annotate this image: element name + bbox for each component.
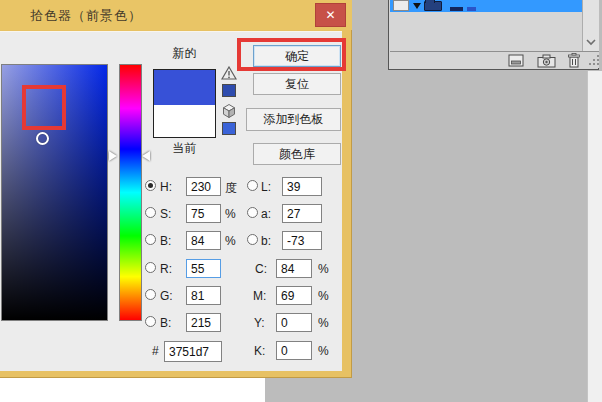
m-unit: %: [318, 289, 329, 303]
current-color-label: 当前: [153, 140, 216, 157]
web-safe-color-swatch[interactable]: [222, 122, 236, 135]
color-libraries-button[interactable]: 颜色库: [253, 143, 341, 165]
annotation-box-color-field: [22, 85, 66, 130]
hue-slider-right-arrow-icon[interactable]: [142, 151, 150, 161]
panel-scrollbar[interactable]: [582, 0, 599, 51]
gamut-safe-color-swatch[interactable]: [222, 84, 236, 97]
layer-thumbnail[interactable]: [393, 0, 409, 11]
group-folder-icon: [424, 1, 442, 11]
h-input[interactable]: [186, 177, 221, 196]
current-color-swatch: [154, 105, 215, 137]
panel-resize-grip[interactable]: [589, 55, 600, 66]
new-snapshot-camera-icon[interactable]: [537, 54, 556, 68]
a-radio[interactable]: [247, 207, 258, 218]
h-unit: 度: [225, 180, 237, 197]
m-input[interactable]: [276, 286, 312, 305]
g-radio[interactable]: [145, 289, 156, 300]
a-input[interactable]: [282, 204, 322, 223]
add-to-swatches-button[interactable]: 添加到色板: [246, 108, 341, 131]
b-hsb-unit: %: [225, 234, 236, 248]
expand-caret-icon[interactable]: [413, 3, 421, 9]
layers-panel-fragment: [388, 0, 599, 70]
b-rgb-radio[interactable]: [145, 316, 156, 327]
b-lab-label: b:: [261, 234, 271, 248]
r-label: R:: [160, 262, 172, 276]
r-radio[interactable]: [145, 262, 156, 273]
g-input[interactable]: [186, 286, 221, 305]
b-rgb-input[interactable]: [186, 313, 221, 332]
a-label: a:: [261, 207, 271, 221]
y-input[interactable]: [276, 313, 312, 332]
b-lab-input[interactable]: [282, 231, 322, 250]
truncated-label-fragment: [467, 7, 476, 11]
dialog-titlebar[interactable]: 拾色器（前景色） ✕: [0, 0, 352, 30]
hex-input[interactable]: [164, 341, 222, 362]
y-unit: %: [318, 316, 329, 330]
document-canvas-background: [0, 378, 265, 402]
b-hsb-input[interactable]: [186, 231, 221, 250]
h-label: H:: [160, 180, 172, 194]
dialog-title: 拾色器（前景色）: [30, 7, 142, 25]
k-unit: %: [318, 344, 329, 358]
b-hsb-radio[interactable]: [145, 234, 156, 245]
c-input[interactable]: [276, 259, 312, 278]
selected-layer-row[interactable]: [390, 0, 583, 12]
l-label: L:: [261, 180, 271, 194]
gamut-warning-icon[interactable]: [221, 66, 237, 80]
s-input[interactable]: [186, 204, 221, 223]
new-document-from-state-icon[interactable]: [508, 54, 524, 67]
s-label: S:: [160, 207, 171, 221]
b-hsb-label: B:: [160, 234, 171, 248]
s-unit: %: [225, 207, 236, 221]
m-label: M:: [253, 289, 266, 303]
new-color-label: 新的: [153, 45, 216, 62]
screenshot-canvas: 拾色器（前景色） ✕ 新的 当前: [0, 0, 602, 402]
annotation-box-ok-button: [237, 38, 346, 71]
scroll-down-icon[interactable]: [586, 38, 596, 46]
s-radio[interactable]: [145, 207, 156, 218]
hue-slider-strip[interactable]: [119, 64, 142, 321]
l-radio[interactable]: [247, 180, 258, 191]
truncated-label-fragment: [450, 7, 463, 11]
k-input[interactable]: [276, 341, 312, 360]
hue-slider-left-arrow-icon[interactable]: [109, 151, 117, 161]
hex-label: #: [152, 344, 159, 358]
right-panel-edge: [587, 71, 602, 402]
close-button[interactable]: ✕: [315, 3, 346, 27]
l-input[interactable]: [282, 177, 322, 196]
y-label: Y:: [254, 316, 265, 330]
web-color-cube-icon[interactable]: [221, 103, 237, 119]
k-label: K:: [254, 344, 265, 358]
r-input[interactable]: [186, 259, 221, 278]
c-unit: %: [318, 262, 329, 276]
color-field-marker[interactable]: [36, 132, 49, 145]
panel-icon-bar: [390, 52, 599, 68]
b-rgb-label: B:: [160, 316, 171, 330]
h-radio[interactable]: [145, 180, 156, 191]
dialog-body: 新的 当前 确定 复位 添加到色板 颜色库: [0, 31, 342, 371]
color-preview-swatch: [153, 69, 216, 138]
g-label: G:: [160, 289, 173, 303]
new-color-swatch: [154, 70, 215, 105]
b-lab-radio[interactable]: [247, 234, 258, 245]
reset-button[interactable]: 复位: [253, 73, 341, 95]
c-label: C:: [255, 262, 267, 276]
delete-trash-icon[interactable]: [567, 53, 581, 68]
